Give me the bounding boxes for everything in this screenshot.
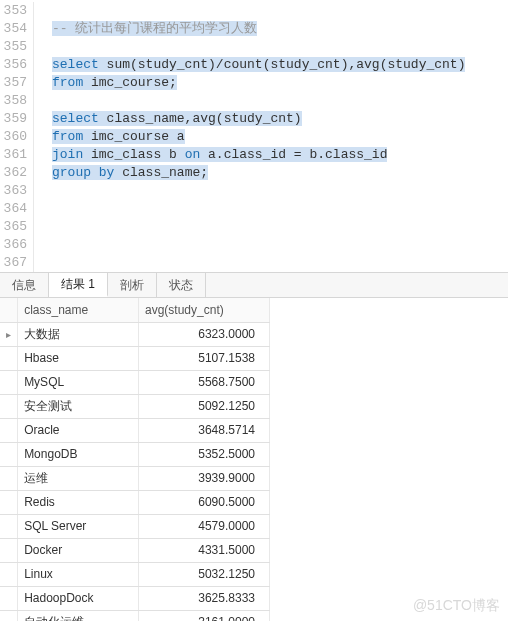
tab-信息[interactable]: 信息: [0, 273, 49, 297]
code-line[interactable]: [52, 218, 508, 236]
code-line[interactable]: [52, 182, 508, 200]
result-tabs: 信息结果 1剖析状态: [0, 272, 508, 298]
cell-class-name[interactable]: Oracle: [18, 418, 139, 442]
cell-class-name[interactable]: MySQL: [18, 370, 139, 394]
code-line[interactable]: join imc_class b on a.class_id = b.class…: [52, 146, 508, 164]
code-content[interactable]: -- 统计出每门课程的平均学习人数select sum(study_cnt)/c…: [34, 2, 508, 272]
line-number: 354: [0, 20, 27, 38]
table-row[interactable]: 运维3939.9000: [0, 466, 270, 490]
line-number: 355: [0, 38, 27, 56]
line-number: 353: [0, 2, 27, 20]
table-row[interactable]: HadoopDock3625.8333: [0, 586, 270, 610]
result-grid[interactable]: class_name avg(study_cnt) ▸大数据6323.0000H…: [0, 298, 270, 621]
code-token: a.class_id = b.class_id: [208, 147, 387, 162]
sql-editor[interactable]: 3533543553563573583593603613623633643653…: [0, 0, 508, 272]
code-token: imc_course a: [91, 129, 185, 144]
row-indicator: [0, 514, 18, 538]
tab-状态[interactable]: 状态: [157, 273, 206, 297]
code-line[interactable]: select sum(study_cnt)/count(study_cnt),a…: [52, 56, 508, 74]
line-number: 362: [0, 164, 27, 182]
cell-avg[interactable]: 5568.7500: [139, 370, 270, 394]
row-indicator: [0, 562, 18, 586]
tab-剖析[interactable]: 剖析: [108, 273, 157, 297]
cell-class-name[interactable]: 大数据: [18, 322, 139, 346]
cell-avg[interactable]: 6323.0000: [139, 322, 270, 346]
code-line[interactable]: select class_name,avg(study_cnt): [52, 110, 508, 128]
watermark: @51CTO博客: [413, 597, 500, 615]
table-row[interactable]: SQL Server4579.0000: [0, 514, 270, 538]
code-token: class_name;: [122, 165, 208, 180]
col-avg[interactable]: avg(study_cnt): [139, 298, 270, 322]
cell-class-name[interactable]: Redis: [18, 490, 139, 514]
cell-avg[interactable]: 3648.5714: [139, 418, 270, 442]
cell-class-name[interactable]: 自动化运维: [18, 610, 139, 621]
code-token: class_name,avg(study_cnt): [107, 111, 302, 126]
code-token: -- 统计出每门课程的平均学习人数: [52, 21, 257, 36]
cell-avg[interactable]: 5032.1250: [139, 562, 270, 586]
cell-avg[interactable]: 3939.9000: [139, 466, 270, 490]
col-class-name[interactable]: class_name: [18, 298, 139, 322]
cell-avg[interactable]: 3625.8333: [139, 586, 270, 610]
table-row[interactable]: 安全测试5092.1250: [0, 394, 270, 418]
table-row[interactable]: Redis6090.5000: [0, 490, 270, 514]
line-number: 366: [0, 236, 27, 254]
code-token: select: [52, 57, 107, 72]
code-line[interactable]: from imc_course;: [52, 74, 508, 92]
line-number: 357: [0, 74, 27, 92]
row-indicator: [0, 466, 18, 490]
code-line[interactable]: [52, 2, 508, 20]
cell-avg[interactable]: 4331.5000: [139, 538, 270, 562]
cell-avg[interactable]: 4579.0000: [139, 514, 270, 538]
code-line[interactable]: [52, 254, 508, 272]
code-token: group by: [52, 165, 122, 180]
code-line[interactable]: [52, 92, 508, 110]
code-line[interactable]: group by class_name;: [52, 164, 508, 182]
table-row[interactable]: MySQL5568.7500: [0, 370, 270, 394]
cell-avg[interactable]: 5352.5000: [139, 442, 270, 466]
cell-avg[interactable]: 6090.5000: [139, 490, 270, 514]
row-indicator: [0, 538, 18, 562]
row-indicator: [0, 346, 18, 370]
tab-结果 1[interactable]: 结果 1: [49, 273, 108, 297]
line-number: 358: [0, 92, 27, 110]
code-token: imc_course;: [91, 75, 177, 90]
cell-avg[interactable]: 5092.1250: [139, 394, 270, 418]
line-number: 356: [0, 56, 27, 74]
cell-class-name[interactable]: MongoDB: [18, 442, 139, 466]
table-row[interactable]: 自动化运维3161.0000: [0, 610, 270, 621]
row-indicator: [0, 490, 18, 514]
cell-avg[interactable]: 3161.0000: [139, 610, 270, 621]
line-number: 367: [0, 254, 27, 272]
cell-avg[interactable]: 5107.1538: [139, 346, 270, 370]
code-token: join: [52, 147, 91, 162]
code-line[interactable]: from imc_course a: [52, 128, 508, 146]
row-indicator: ▸: [0, 322, 18, 346]
row-indicator: [0, 586, 18, 610]
line-number: 363: [0, 182, 27, 200]
cell-class-name[interactable]: Docker: [18, 538, 139, 562]
line-number: 364: [0, 200, 27, 218]
code-line[interactable]: [52, 200, 508, 218]
row-indicator: [0, 442, 18, 466]
cell-class-name[interactable]: 安全测试: [18, 394, 139, 418]
line-gutter: 3533543553563573583593603613623633643653…: [0, 2, 34, 272]
code-token: from: [52, 129, 91, 144]
table-row[interactable]: Linux5032.1250: [0, 562, 270, 586]
table-row[interactable]: Docker4331.5000: [0, 538, 270, 562]
table-row[interactable]: Hbase5107.1538: [0, 346, 270, 370]
code-line[interactable]: -- 统计出每门课程的平均学习人数: [52, 20, 508, 38]
cell-class-name[interactable]: HadoopDock: [18, 586, 139, 610]
table-row[interactable]: MongoDB5352.5000: [0, 442, 270, 466]
cell-class-name[interactable]: Linux: [18, 562, 139, 586]
row-indicator: [0, 418, 18, 442]
code-line[interactable]: [52, 236, 508, 254]
code-line[interactable]: [52, 38, 508, 56]
table-row[interactable]: Oracle3648.5714: [0, 418, 270, 442]
code-token: imc_class b: [91, 147, 185, 162]
cell-class-name[interactable]: Hbase: [18, 346, 139, 370]
code-token: from: [52, 75, 91, 90]
cell-class-name[interactable]: SQL Server: [18, 514, 139, 538]
line-number: 360: [0, 128, 27, 146]
table-row[interactable]: ▸大数据6323.0000: [0, 322, 270, 346]
cell-class-name[interactable]: 运维: [18, 466, 139, 490]
